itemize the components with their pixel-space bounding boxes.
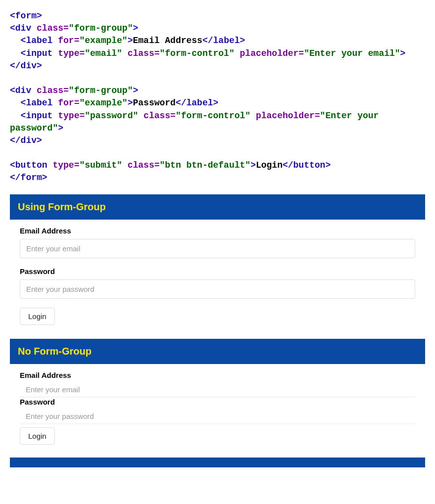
password-label: Password bbox=[20, 398, 415, 406]
email-input[interactable] bbox=[20, 239, 415, 258]
password-label: Password bbox=[20, 267, 415, 275]
section-header-no-form-group: No Form-Group bbox=[10, 339, 425, 364]
password-input[interactable] bbox=[20, 279, 415, 299]
email-label: Email Address bbox=[20, 227, 415, 235]
section-footer-bar bbox=[10, 458, 425, 467]
form-no-form-group: Email Address Password Login bbox=[10, 364, 425, 454]
form-using-form-group: Email Address Password Login bbox=[10, 220, 425, 334]
login-button[interactable]: Login bbox=[20, 427, 55, 445]
login-button[interactable]: Login bbox=[20, 308, 55, 325]
password-input[interactable] bbox=[20, 408, 415, 424]
email-label: Email Address bbox=[20, 371, 415, 379]
email-input[interactable] bbox=[20, 381, 415, 398]
code-block: <form> <div class="form-group"> <label f… bbox=[0, 0, 435, 189]
section-header-using-form-group: Using Form-Group bbox=[10, 194, 425, 220]
